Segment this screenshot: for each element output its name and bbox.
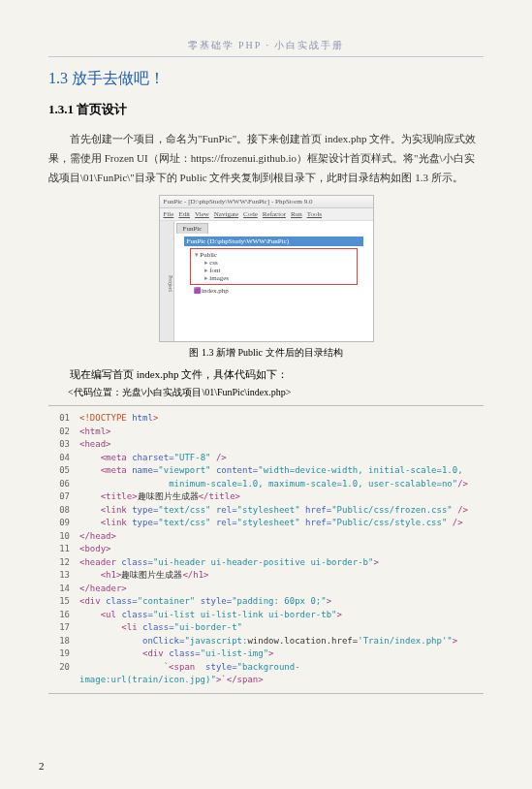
- menu-item: Run: [291, 210, 302, 218]
- menu-item: Refactor: [263, 210, 286, 218]
- subsection-heading: 1.3.1 首页设计: [48, 101, 484, 118]
- menu-item: Navigate: [214, 210, 238, 218]
- page-number: 2: [39, 760, 45, 772]
- menu-bar: FileEditViewNavigateCodeRefactorRunTools: [160, 208, 373, 221]
- page: 零基础学 PHP · 小白实战手册 1.3 放手去做吧！ 1.3.1 首页设计 …: [0, 0, 532, 789]
- menu-item: File: [164, 210, 174, 218]
- menu-item: Code: [243, 210, 258, 218]
- window-title: FunPic - [D:\phpStudy\WWW\FunPic] - PhpS…: [160, 196, 373, 208]
- page-header: 零基础学 PHP · 小白实战手册: [48, 39, 484, 57]
- file-tree: FunPic FunPic (D:\phpStudy\WWW\FunPic) P…: [174, 221, 373, 341]
- ide-screenshot: FunPic - [D:\phpStudy\WWW\FunPic] - PhpS…: [159, 195, 374, 342]
- menu-item: Edit: [178, 210, 190, 218]
- sidebar-project: Project: [160, 221, 174, 341]
- menu-item: View: [195, 210, 209, 218]
- project-tab: FunPic: [176, 223, 209, 234]
- paragraph: 首先创建一个项目，命名为"FunPic"。接下来创建首页 index.php 文…: [48, 130, 484, 187]
- folder-font: font: [193, 267, 355, 274]
- section-heading: 1.3 放手去做吧！: [48, 69, 484, 89]
- highlight-box: Public css font images: [190, 248, 358, 285]
- project-root: FunPic (D:\phpStudy\WWW\FunPic): [184, 237, 363, 246]
- code-block: 01<!DOCTYPE html>02<html>03<head>04 <met…: [48, 405, 484, 694]
- instruction-text: 现在编写首页 index.php 文件，具体代码如下：: [48, 367, 484, 382]
- menu-item: Tools: [307, 210, 322, 218]
- folder-images: images: [193, 274, 355, 282]
- figure-caption: 图 1.3 新增 Public 文件后的目录结构: [48, 346, 484, 360]
- folder-css: css: [193, 259, 355, 267]
- file-index: index.php: [176, 287, 371, 295]
- folder-public: Public: [193, 251, 355, 259]
- code-path: <代码位置：光盘\小白实战项目\01\FunPic\index.php>: [48, 386, 484, 399]
